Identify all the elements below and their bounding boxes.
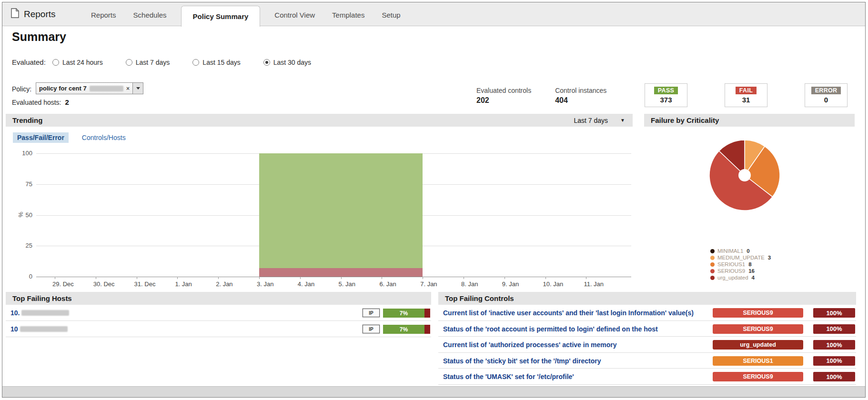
radio-button-icon[interactable] <box>263 59 270 66</box>
trending-range-value: Last 7 days <box>574 117 608 124</box>
radio-button-icon[interactable] <box>52 59 59 66</box>
legend-color-dot <box>710 249 715 253</box>
x-axis-tick <box>259 277 260 279</box>
time-range-last-7-days[interactable]: Last 7 days <box>126 59 170 66</box>
redacted-host-blur <box>20 326 68 332</box>
time-range-last-24-hours[interactable]: Last 24 hours <box>52 59 103 66</box>
x-axis-label: 30. Dec <box>93 280 115 288</box>
evaluated-hosts-label: Evaluated hosts: <box>12 99 61 106</box>
result-count: 373 <box>660 96 672 104</box>
legend-item-serious9: SERIOUS916 <box>710 268 771 274</box>
trend-subtab-controls-hosts[interactable]: Controls/Hosts <box>81 132 127 143</box>
x-axis-label: 7. Jan <box>420 280 437 288</box>
x-axis-label: 3. Jan <box>257 280 273 288</box>
nav-tab-control-view[interactable]: Control View <box>266 3 323 27</box>
legend-name: MEDIUM_UPDATE <box>717 255 765 260</box>
gridline <box>36 246 631 246</box>
fail-bar-tip <box>424 325 430 334</box>
fail-percent-badge: 100% <box>813 372 855 381</box>
host-address: 10. <box>10 309 20 317</box>
fail-percent-badge: 100% <box>813 324 855 334</box>
legend-value: 3 <box>768 255 771 260</box>
time-range-group: Last 24 hoursLast 7 daysLast 15 daysLast… <box>52 59 311 66</box>
page-title: Summary <box>12 30 66 44</box>
result-count: 0 <box>824 96 828 104</box>
nav-tab-reports[interactable]: Reports <box>82 3 125 27</box>
host-row: 10IP7% <box>6 321 431 337</box>
top-failing-controls-title: Top Failing Controls <box>445 294 514 302</box>
x-axis-tick <box>341 277 342 279</box>
nav-tab-setup[interactable]: Setup <box>373 3 409 27</box>
criticality-title: Failure by Criticality <box>651 116 719 124</box>
evaluated-hosts-row: Evaluated hosts: 2 <box>12 98 69 106</box>
x-axis-tick <box>96 277 96 279</box>
top-failing-hosts-header: Top Failing Hosts <box>6 292 431 305</box>
host-link[interactable]: 10. <box>10 309 69 317</box>
error-badge: ERROR <box>811 87 841 94</box>
policy-select[interactable]: policy for cent 7 × <box>36 82 133 94</box>
donut-hole <box>738 169 751 181</box>
radio-button-icon[interactable] <box>126 59 132 66</box>
x-axis-tick <box>464 277 464 279</box>
control-link[interactable]: Status of the 'root account is permitted… <box>443 325 658 333</box>
trending-title: Trending <box>12 116 42 124</box>
trend-subtabs: Pass/Fail/ErrorControls/Hosts <box>13 132 127 143</box>
ip-tag[interactable]: IP <box>363 309 380 317</box>
time-range-last-15-days[interactable]: Last 15 days <box>192 59 240 66</box>
x-axis-label: 9. Jan <box>502 280 519 288</box>
summary-stats: Evaluated controls202Control instances40… <box>476 87 606 105</box>
fail-percent-label: 7% <box>383 325 424 334</box>
policy-select-arrow-button[interactable] <box>133 82 143 94</box>
host-link[interactable]: 10 <box>10 325 68 333</box>
policy-select-value: policy for cent 7 <box>39 85 87 92</box>
redacted-host-blur <box>21 310 69 316</box>
time-range-last-30-days[interactable]: Last 30 days <box>263 59 311 66</box>
fail-percent-badge: 100% <box>813 308 855 318</box>
trend-subtab-pass-fail-error[interactable]: Pass/Fail/Error <box>13 132 69 143</box>
stat-value: 202 <box>476 96 531 105</box>
x-axis-tick <box>218 277 219 279</box>
control-link[interactable]: Current list of 'inactive user accounts'… <box>443 309 694 317</box>
control-link[interactable]: Status of the 'sticky bit' set for the '… <box>443 357 601 365</box>
x-axis-label: 31. Dec <box>134 280 156 288</box>
policy-label: Policy: <box>12 85 31 93</box>
nav-tab-policy-summary[interactable]: Policy Summary <box>181 6 261 27</box>
legend-name: SERIOUS1 <box>717 261 745 267</box>
fail-percent-bar: 7% <box>383 325 430 334</box>
legend-item-serious1: SERIOUS18 <box>710 261 771 268</box>
control-link[interactable]: Current list of 'authorized processes' a… <box>443 341 617 349</box>
control-row: Current list of 'inactive user accounts'… <box>438 305 856 321</box>
policy-clear-icon[interactable]: × <box>126 85 130 92</box>
x-axis-tick <box>423 277 423 279</box>
criticality-badge: SERIOUS9 <box>713 308 803 318</box>
pass-badge: PASS <box>654 87 678 94</box>
radio-button-icon[interactable] <box>192 59 199 66</box>
control-row: Status of the 'root account is permitted… <box>438 321 856 337</box>
criticality-badge: SERIOUS1 <box>713 356 803 366</box>
nav-tab-templates[interactable]: Templates <box>323 3 373 27</box>
top-failing-hosts-title: Top Failing Hosts <box>12 294 72 302</box>
x-axis-label: 1. Jan <box>175 280 192 288</box>
x-axis-tick <box>545 277 546 279</box>
stat-evaluated-controls: Evaluated controls202 <box>476 87 531 105</box>
trending-range-selector[interactable]: Last 7 days ▼ <box>574 117 626 124</box>
caret-down-icon: ▼ <box>620 118 625 123</box>
time-range-label: Last 30 days <box>273 59 311 66</box>
time-range-label: Last 7 days <box>136 59 170 66</box>
stat-label: Evaluated controls <box>476 87 531 94</box>
gridline <box>36 153 631 154</box>
time-range-label: Last 15 days <box>202 59 240 66</box>
control-link[interactable]: Status of the 'UMASK' set for '/etc/prof… <box>443 373 574 380</box>
time-range-label: Last 24 hours <box>62 59 103 66</box>
criticality-donut-chart <box>704 135 785 216</box>
top-failing-hosts-list: 10.IP7%10IP7% <box>6 305 431 337</box>
x-axis-tick <box>137 277 137 279</box>
x-axis-label: 2. Jan <box>216 280 232 288</box>
nav-tab-schedules[interactable]: Schedules <box>125 3 175 27</box>
ip-tag[interactable]: IP <box>363 325 380 333</box>
trending-section-header: Trending Last 7 days ▼ <box>6 114 633 127</box>
x-axis-label: 5. Jan <box>339 280 355 288</box>
policy-redacted-blur <box>90 86 123 91</box>
top-failing-controls-header: Top Failing Controls <box>438 292 856 305</box>
legend-color-dot <box>710 269 715 273</box>
